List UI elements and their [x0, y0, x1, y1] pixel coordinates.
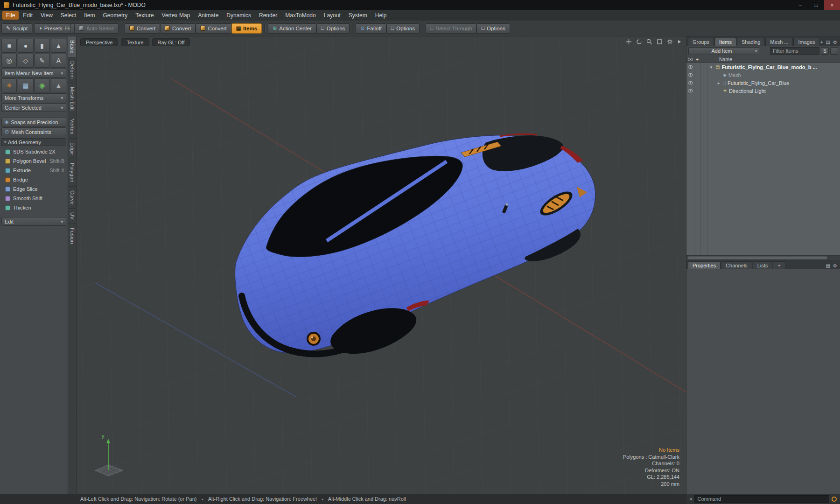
tab-polygon[interactable]: Polygon [68, 159, 76, 187]
tool-polygon-bevel[interactable]: Polygon Bevel Shift-B [1, 156, 67, 166]
falloff-options-button[interactable]: □ Options [386, 23, 420, 34]
lock-column-header[interactable]: + [694, 56, 700, 62]
tree-row-car-mesh[interactable]: ▸ □ Futuristic_Flying_Car_Blue [686, 79, 840, 87]
add-geometry-section-header[interactable]: ▾ Add Geometry [1, 138, 66, 146]
menu-layout[interactable]: Layout [320, 11, 344, 20]
tab-lists[interactable]: Lists [753, 261, 773, 269]
rotate-icon[interactable] [636, 39, 642, 45]
filter-items-input[interactable] [770, 47, 819, 55]
expander-closed-icon[interactable]: ▸ [716, 81, 721, 85]
edit-dropdown[interactable]: Edit ▾ [1, 217, 66, 226]
visibility-toggle[interactable] [686, 73, 694, 77]
text-tool-icon[interactable]: A [51, 54, 66, 68]
list-icon[interactable]: ▤ [826, 40, 830, 45]
tab-groups[interactable]: Groups [688, 38, 714, 46]
tool-smooth-shift[interactable]: Smooth Shift [1, 194, 67, 203]
viewport-tab-raygl[interactable]: Ray GL: Off [152, 38, 190, 46]
menu-item[interactable]: Item [80, 11, 98, 20]
ground-plane-item-icon[interactable]: ▲ [51, 78, 66, 92]
menu-select[interactable]: Select [57, 11, 80, 20]
mesh-constraints-button[interactable]: ⊙ Mesh Constraints [1, 127, 66, 136]
tab-fusion[interactable]: Fusion [68, 224, 76, 248]
torus-primitive-icon[interactable]: ◎ [1, 54, 17, 68]
action-center-options-button[interactable]: □ Options [316, 23, 350, 34]
tab-curve[interactable]: Curve [68, 187, 76, 209]
tree-row-scene-group[interactable]: ▾ ▤ Futuristic_Flying_Car_Blue_modo_b ..… [686, 63, 840, 71]
sculpt-button[interactable]: ✎ Sculpt [1, 23, 32, 34]
item-menu-dropdown[interactable]: Item Menu: New Item ▾ [1, 69, 66, 77]
menu-dynamics[interactable]: Dynamics [223, 11, 255, 20]
maximize-button[interactable]: □ [808, 0, 824, 10]
cylinder-primitive-icon[interactable]: ▮ [35, 39, 50, 53]
more-transforms-dropdown[interactable]: More Transforms ▾ [1, 93, 66, 102]
add-item-button[interactable]: Add Item ▾ [688, 47, 759, 55]
pen-tool-icon[interactable]: ✎ [35, 54, 50, 68]
maximize-icon[interactable] [657, 39, 663, 45]
command-input[interactable] [694, 495, 829, 503]
menu-system[interactable]: System [345, 11, 371, 20]
capsule-primitive-icon[interactable]: ◇ [18, 54, 33, 68]
action-center-button[interactable]: ⊕ Action Center [268, 23, 316, 34]
cube-primitive-icon[interactable]: ■ [1, 39, 17, 53]
sphere-primitive-icon[interactable]: ● [18, 39, 33, 53]
visibility-column-header[interactable] [686, 58, 694, 61]
menu-view[interactable]: View [37, 11, 56, 20]
menu-texture[interactable]: Texture [132, 11, 157, 20]
menu-render[interactable]: Render [255, 11, 281, 20]
wire-cube-item-icon[interactable]: ▦ [18, 78, 33, 92]
visibility-toggle[interactable] [686, 65, 694, 69]
menu-geometry[interactable]: Geometry [99, 11, 132, 20]
viewport-tab-texture[interactable]: Texture [121, 38, 149, 46]
auto-select-button[interactable]: Auto Select [74, 23, 119, 34]
tab-edge[interactable]: Edge [68, 139, 76, 159]
filter-options-button[interactable] [830, 47, 838, 55]
select-through-button[interactable]: □ Select Through [426, 23, 476, 34]
menu-edit[interactable]: Edit [19, 11, 36, 20]
cone-primitive-icon[interactable]: ▲ [51, 39, 66, 53]
convert-vertex-button[interactable]: Convert [125, 23, 160, 34]
menu-animate[interactable]: Animate [194, 11, 222, 20]
tool-sds-subdivide[interactable]: SDS Subdivide 2X [1, 147, 67, 156]
item-tree-list[interactable]: ▾ ▤ Futuristic_Flying_Car_Blue_modo_b ..… [686, 63, 840, 255]
items-mode-button[interactable]: ▤ Items [231, 23, 262, 34]
tab-uv[interactable]: UV [68, 209, 76, 224]
panel-gear-icon[interactable]: ⚙ [833, 263, 837, 268]
falloff-button[interactable]: ⊙ Falloff [356, 23, 386, 34]
tab-mesh-ops[interactable]: Mesh ... [765, 38, 793, 46]
center-selected-dropdown[interactable]: Center Selected ▾ [1, 103, 66, 112]
menu-help[interactable]: Help [371, 11, 391, 20]
visibility-toggle[interactable] [686, 81, 694, 84]
close-button[interactable]: × [824, 0, 840, 10]
tool-bridge[interactable]: Bridge [1, 175, 67, 184]
add-tab-icon[interactable]: + [820, 40, 823, 45]
tool-edge-slice[interactable]: Edge Slice [1, 184, 67, 194]
settings-gear-icon[interactable] [667, 39, 673, 45]
3d-viewport[interactable]: Perspective Texture Ray GL: Off [77, 36, 686, 494]
panel-gear-icon[interactable]: ⚙ [833, 40, 837, 45]
viewport-menu-arrow-icon[interactable] [677, 39, 681, 45]
tab-items[interactable]: Items [714, 38, 736, 46]
snaps-and-precision-button[interactable]: ◈ Snaps and Precision [1, 118, 66, 126]
tab-channels[interactable]: Channels [721, 261, 752, 269]
menu-file[interactable]: File [2, 11, 19, 20]
visibility-toggle[interactable] [686, 89, 694, 92]
convert-polygon-button[interactable]: Convert [196, 23, 231, 34]
minimize-button[interactable]: – [792, 0, 808, 10]
select-through-options-button[interactable]: □ Options [476, 23, 510, 34]
tree-row-mesh[interactable]: ◈ Mesh [686, 71, 840, 79]
tree-row-directional-light[interactable]: ☀ Directional Light [686, 87, 840, 95]
tab-deform[interactable]: Deform [68, 57, 76, 83]
tab-shading[interactable]: Shading [737, 38, 765, 46]
tool-extrude[interactable]: Extrude Shift-X [1, 166, 67, 175]
menu-vertex-map[interactable]: Vertex Map [158, 11, 194, 20]
presets-button[interactable]: ◑ Presets F6 [34, 23, 75, 34]
tab-images[interactable]: Images [793, 38, 819, 46]
zoom-icon[interactable] [646, 39, 652, 45]
viewport-tab-perspective[interactable]: Perspective [80, 38, 118, 46]
convert-edge-button[interactable]: Convert [160, 23, 196, 34]
particle-item-icon[interactable]: ✳ [1, 78, 17, 92]
wire-sphere-item-icon[interactable]: ◉ [35, 78, 50, 92]
3d-viewport-canvas[interactable] [77, 36, 686, 494]
expander-open-icon[interactable]: ▾ [709, 65, 714, 70]
horizontal-scrollbar[interactable] [686, 255, 840, 260]
